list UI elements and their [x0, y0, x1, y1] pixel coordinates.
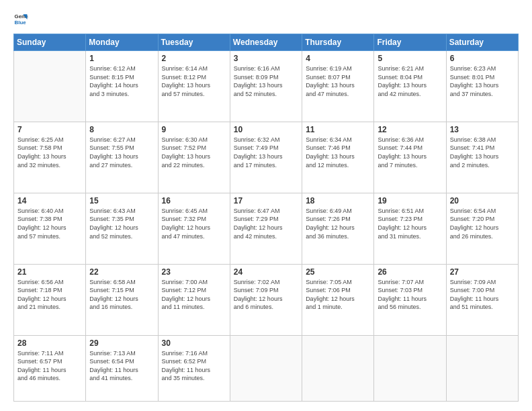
day-info: Sunrise: 6:45 AM Sunset: 7:32 PM Dayligh…: [162, 207, 226, 240]
day-info: Sunrise: 7:05 AM Sunset: 7:06 PM Dayligh…: [306, 278, 370, 312]
calendar-week-row: 14Sunrise: 6:40 AM Sunset: 7:38 PM Dayli…: [14, 193, 519, 264]
day-info: Sunrise: 6:34 AM Sunset: 7:46 PM Dayligh…: [306, 136, 370, 169]
day-number: 12: [378, 125, 442, 134]
calendar-cell: 8Sunrise: 6:27 AM Sunset: 7:55 PM Daylig…: [86, 122, 158, 193]
day-info: Sunrise: 6:23 AM Sunset: 8:01 PM Dayligh…: [450, 64, 515, 98]
day-number: 22: [89, 267, 154, 277]
calendar-cell: 30Sunrise: 7:16 AM Sunset: 6:52 PM Dayli…: [158, 335, 230, 402]
calendar-cell: 10Sunrise: 6:32 AM Sunset: 7:49 PM Dayli…: [230, 122, 302, 193]
calendar-cell: 29Sunrise: 7:13 AM Sunset: 6:54 PM Dayli…: [86, 335, 158, 402]
weekday-header-wednesday: Wednesday: [230, 34, 302, 51]
day-info: Sunrise: 7:00 AM Sunset: 7:12 PM Dayligh…: [162, 278, 226, 312]
day-number: 25: [306, 267, 370, 277]
day-number: 11: [306, 125, 370, 134]
calendar-cell: 5Sunrise: 6:21 AM Sunset: 8:04 PM Daylig…: [374, 51, 446, 122]
header: General Blue: [13, 12, 519, 27]
day-info: Sunrise: 6:30 AM Sunset: 7:52 PM Dayligh…: [162, 136, 226, 169]
day-info: Sunrise: 6:21 AM Sunset: 8:04 PM Dayligh…: [378, 64, 442, 98]
calendar-cell: 12Sunrise: 6:36 AM Sunset: 7:44 PM Dayli…: [374, 122, 446, 193]
calendar-table: SundayMondayTuesdayWednesdayThursdayFrid…: [13, 34, 519, 402]
day-info: Sunrise: 6:19 AM Sunset: 8:07 PM Dayligh…: [306, 64, 370, 98]
day-number: 9: [162, 125, 226, 134]
calendar-cell: 3Sunrise: 6:16 AM Sunset: 8:09 PM Daylig…: [230, 51, 302, 122]
day-info: Sunrise: 6:25 AM Sunset: 7:58 PM Dayligh…: [17, 136, 82, 169]
day-number: 29: [89, 338, 154, 348]
weekday-header-row: SundayMondayTuesdayWednesdayThursdayFrid…: [14, 34, 519, 51]
calendar-cell: [302, 335, 374, 402]
calendar-cell: 2Sunrise: 6:14 AM Sunset: 8:12 PM Daylig…: [158, 51, 230, 122]
calendar-cell: 1Sunrise: 6:12 AM Sunset: 8:15 PM Daylig…: [86, 51, 158, 122]
day-number: 17: [234, 196, 298, 205]
day-number: 1: [89, 54, 154, 63]
calendar-week-row: 1Sunrise: 6:12 AM Sunset: 8:15 PM Daylig…: [14, 51, 519, 122]
calendar-cell: 13Sunrise: 6:38 AM Sunset: 7:41 PM Dayli…: [446, 122, 518, 193]
day-info: Sunrise: 6:12 AM Sunset: 8:15 PM Dayligh…: [89, 64, 154, 98]
calendar-week-row: 28Sunrise: 7:11 AM Sunset: 6:57 PM Dayli…: [14, 335, 519, 402]
day-number: 27: [450, 267, 515, 277]
day-info: Sunrise: 6:16 AM Sunset: 8:09 PM Dayligh…: [234, 64, 298, 98]
weekday-header-monday: Monday: [86, 34, 158, 51]
day-number: 15: [89, 196, 154, 205]
calendar-cell: 21Sunrise: 6:56 AM Sunset: 7:18 PM Dayli…: [14, 264, 86, 335]
day-info: Sunrise: 6:32 AM Sunset: 7:49 PM Dayligh…: [234, 136, 298, 169]
day-info: Sunrise: 6:56 AM Sunset: 7:18 PM Dayligh…: [17, 278, 82, 312]
day-info: Sunrise: 7:13 AM Sunset: 6:54 PM Dayligh…: [89, 349, 154, 383]
day-number: 19: [378, 196, 442, 205]
day-number: 23: [162, 267, 226, 277]
calendar-week-row: 7Sunrise: 6:25 AM Sunset: 7:58 PM Daylig…: [14, 122, 519, 193]
calendar-cell: 23Sunrise: 7:00 AM Sunset: 7:12 PM Dayli…: [158, 264, 230, 335]
calendar-cell: 14Sunrise: 6:40 AM Sunset: 7:38 PM Dayli…: [14, 193, 86, 264]
calendar-cell: 28Sunrise: 7:11 AM Sunset: 6:57 PM Dayli…: [14, 335, 86, 402]
calendar-cell: 20Sunrise: 6:54 AM Sunset: 7:20 PM Dayli…: [446, 193, 518, 264]
day-number: 28: [17, 338, 82, 348]
day-info: Sunrise: 7:16 AM Sunset: 6:52 PM Dayligh…: [162, 349, 226, 383]
day-number: 30: [162, 338, 226, 348]
day-info: Sunrise: 6:43 AM Sunset: 7:35 PM Dayligh…: [89, 207, 154, 240]
calendar-cell: 9Sunrise: 6:30 AM Sunset: 7:52 PM Daylig…: [158, 122, 230, 193]
day-info: Sunrise: 7:07 AM Sunset: 7:03 PM Dayligh…: [378, 278, 442, 312]
weekday-header-friday: Friday: [374, 34, 446, 51]
day-number: 6: [450, 54, 515, 63]
day-info: Sunrise: 6:38 AM Sunset: 7:41 PM Dayligh…: [450, 136, 515, 169]
calendar-cell: [14, 51, 86, 122]
day-info: Sunrise: 6:27 AM Sunset: 7:55 PM Dayligh…: [89, 136, 154, 169]
day-number: 2: [162, 54, 226, 63]
day-info: Sunrise: 6:54 AM Sunset: 7:20 PM Dayligh…: [450, 207, 515, 240]
calendar-cell: 27Sunrise: 7:09 AM Sunset: 7:00 PM Dayli…: [446, 264, 518, 335]
calendar-cell: 4Sunrise: 6:19 AM Sunset: 8:07 PM Daylig…: [302, 51, 374, 122]
day-number: 20: [450, 196, 515, 205]
weekday-header-saturday: Saturday: [446, 34, 518, 51]
calendar-cell: 19Sunrise: 6:51 AM Sunset: 7:23 PM Dayli…: [374, 193, 446, 264]
calendar-cell: [230, 335, 302, 402]
day-info: Sunrise: 6:36 AM Sunset: 7:44 PM Dayligh…: [378, 136, 442, 169]
logo: General Blue: [13, 12, 31, 27]
weekday-header-tuesday: Tuesday: [158, 34, 230, 51]
day-number: 21: [17, 267, 82, 277]
day-info: Sunrise: 6:58 AM Sunset: 7:15 PM Dayligh…: [89, 278, 154, 312]
calendar-week-row: 21Sunrise: 6:56 AM Sunset: 7:18 PM Dayli…: [14, 264, 519, 335]
day-info: Sunrise: 7:02 AM Sunset: 7:09 PM Dayligh…: [234, 278, 298, 312]
day-number: 5: [378, 54, 442, 63]
day-info: Sunrise: 7:11 AM Sunset: 6:57 PM Dayligh…: [17, 349, 82, 383]
calendar-cell: 11Sunrise: 6:34 AM Sunset: 7:46 PM Dayli…: [302, 122, 374, 193]
day-number: 4: [306, 54, 370, 63]
calendar-cell: 22Sunrise: 6:58 AM Sunset: 7:15 PM Dayli…: [86, 264, 158, 335]
day-number: 14: [17, 196, 82, 205]
day-number: 26: [378, 267, 442, 277]
calendar-cell: [446, 335, 518, 402]
calendar-cell: 15Sunrise: 6:43 AM Sunset: 7:35 PM Dayli…: [86, 193, 158, 264]
calendar-cell: 18Sunrise: 6:49 AM Sunset: 7:26 PM Dayli…: [302, 193, 374, 264]
day-info: Sunrise: 7:09 AM Sunset: 7:00 PM Dayligh…: [450, 278, 515, 312]
calendar-cell: 17Sunrise: 6:47 AM Sunset: 7:29 PM Dayli…: [230, 193, 302, 264]
day-number: 7: [17, 125, 82, 134]
day-number: 8: [89, 125, 154, 134]
svg-text:Blue: Blue: [15, 19, 27, 26]
day-number: 3: [234, 54, 298, 63]
day-number: 13: [450, 125, 515, 134]
day-number: 18: [306, 196, 370, 205]
day-info: Sunrise: 6:40 AM Sunset: 7:38 PM Dayligh…: [17, 207, 82, 240]
day-info: Sunrise: 6:51 AM Sunset: 7:23 PM Dayligh…: [378, 207, 442, 240]
day-number: 16: [162, 196, 226, 205]
weekday-header-thursday: Thursday: [302, 34, 374, 51]
weekday-header-sunday: Sunday: [14, 34, 86, 51]
